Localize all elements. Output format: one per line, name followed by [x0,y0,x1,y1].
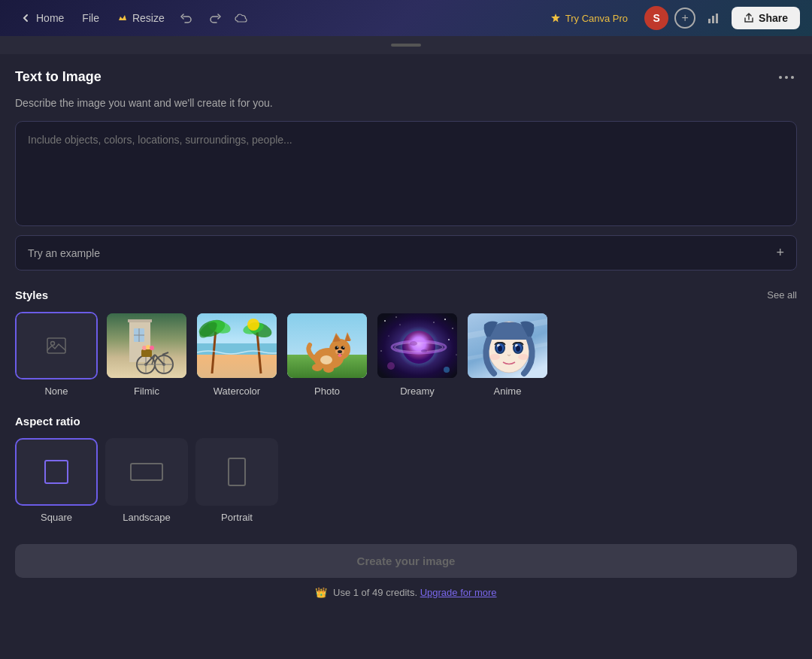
try-example-button[interactable]: Try an example + [15,235,797,271]
back-button[interactable]: Home [12,8,71,29]
drag-pill [391,44,421,47]
svg-point-54 [338,350,342,353]
svg-point-68 [400,325,401,325]
add-button[interactable]: + [674,8,695,29]
svg-point-65 [448,339,450,340]
style-watercolor-preview [197,313,277,378]
square-aspect-icon [41,457,71,487]
styles-section-title: Styles [15,289,48,301]
aspect-square-item[interactable]: Square [15,438,98,523]
svg-rect-24 [141,349,152,357]
try-example-label: Try an example [28,247,100,259]
analytics-icon [707,11,720,25]
aspect-landscape-label: Landscape [123,512,171,523]
redo-button[interactable] [202,6,226,30]
drag-handle[interactable] [0,36,812,54]
chevron-left-icon [20,12,32,24]
cloud-icon [234,12,249,24]
aspect-landscape-item[interactable]: Landscape [105,438,188,523]
svg-point-50 [337,346,338,348]
svg-point-27 [146,345,150,349]
try-canva-pro-button[interactable]: Try Canva Pro [540,8,638,29]
svg-rect-2 [708,19,710,23]
credits-text: Use 1 of 49 credits. [333,587,417,598]
see-all-styles-button[interactable]: See all [767,289,797,301]
svg-point-90 [489,354,500,360]
image-description-input[interactable] [15,121,797,226]
anime-scene [468,313,549,379]
styles-section-header: Styles See all [15,289,797,301]
svg-point-26 [142,346,147,350]
redo-icon [208,11,221,25]
svg-point-39 [247,319,259,331]
photo-scene [287,313,368,379]
avatar[interactable]: S [644,6,668,30]
style-filmic-item[interactable]: Filmic [105,312,188,397]
svg-rect-94 [229,458,245,485]
file-menu[interactable]: File [74,8,107,29]
style-dreamy-preview [377,313,457,378]
landscape-aspect-icon [129,460,165,484]
analytics-button[interactable] [701,6,726,30]
svg-rect-9 [128,319,152,322]
style-none-item[interactable]: None [15,312,98,397]
style-dreamy-item[interactable]: Dreamy [376,312,459,397]
svg-marker-1 [551,14,560,23]
style-watercolor-label: Watercolor [214,385,260,397]
svg-point-56 [312,364,323,371]
svg-point-62 [444,319,446,320]
image-placeholder-icon [44,334,68,358]
aspect-portrait-item[interactable]: Portrait [195,438,278,523]
share-button[interactable]: Share [732,7,800,29]
svg-point-69 [433,322,435,323]
panel-header: Text to Image [15,69,797,85]
upgrade-link[interactable]: Upgrade for more [420,587,497,598]
style-anime-item[interactable]: Anime [466,312,549,397]
svg-point-91 [518,354,529,360]
svg-point-71 [402,331,435,364]
create-btn-label: Create your image [357,555,456,567]
svg-rect-4 [716,14,718,23]
navbar: Home File Resize [0,0,812,36]
undo-button[interactable] [175,6,199,30]
svg-point-64 [388,335,389,336]
svg-rect-92 [45,461,68,483]
svg-point-51 [343,346,344,348]
svg-point-55 [338,354,342,357]
resize-menu[interactable]: Resize [110,8,172,29]
aspect-ratio-section-header: Aspect ratio [15,415,797,428]
svg-point-77 [444,367,450,373]
share-label: Share [759,12,788,24]
svg-point-63 [452,328,453,329]
style-dreamy-thumb [376,312,459,379]
svg-point-60 [384,320,386,322]
svg-marker-0 [119,15,126,20]
more-options-button[interactable] [776,73,797,82]
svg-point-88 [498,346,502,352]
aspect-ratio-grid: Square Landscape Portrait [15,438,797,523]
aspect-landscape-thumb [105,438,188,506]
styles-grid: None [15,312,797,397]
svg-point-74 [410,341,417,346]
nav-right: Try Canva Pro S + Share [540,6,800,30]
file-label: File [82,12,99,24]
aspect-portrait-label: Portrait [221,512,253,523]
create-image-button[interactable]: Create your image [15,544,797,578]
svg-rect-3 [712,16,714,23]
resize-label: Resize [132,12,165,24]
style-watercolor-thumb [195,312,278,379]
cloud-save-button[interactable] [229,6,253,30]
aspect-portrait-thumb [195,438,278,506]
dreamy-scene [377,313,459,379]
svg-point-58 [320,355,332,364]
style-photo-item[interactable]: Photo [286,312,368,397]
nav-left: Home File Resize [12,6,534,30]
star-icon [550,13,561,23]
avatar-letter: S [653,12,659,24]
share-icon [744,13,754,23]
panel-title: Text to Image [15,69,102,85]
style-watercolor-item[interactable]: Watercolor [195,312,278,397]
style-photo-thumb [286,312,368,379]
svg-point-28 [150,346,154,350]
style-anime-preview [468,313,547,378]
